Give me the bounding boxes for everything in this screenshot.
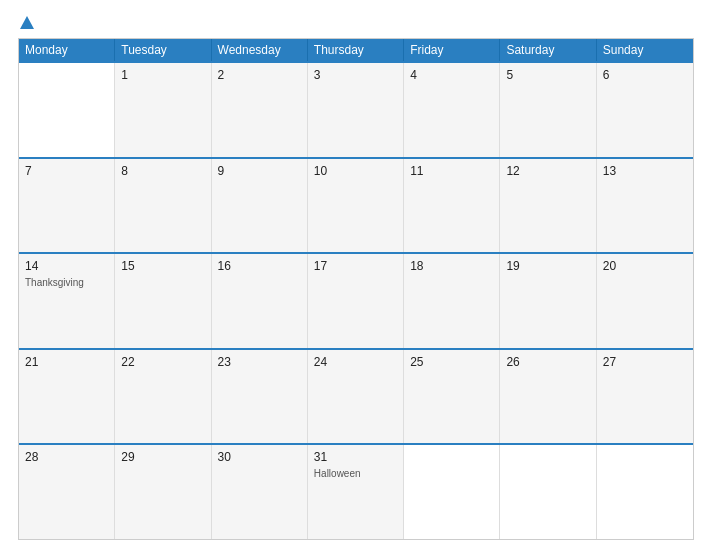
calendar-cell: 13: [597, 159, 693, 253]
day-number: 19: [506, 258, 589, 275]
calendar-page: MondayTuesdayWednesdayThursdayFridaySatu…: [0, 0, 712, 550]
calendar-cell: 24: [308, 350, 404, 444]
calendar-header: MondayTuesdayWednesdayThursdayFridaySatu…: [19, 39, 693, 61]
day-number: 17: [314, 258, 397, 275]
day-number: 13: [603, 163, 687, 180]
calendar-cell: 28: [19, 445, 115, 539]
header: [18, 16, 694, 30]
logo: [18, 16, 34, 30]
day-number: 31: [314, 449, 397, 466]
calendar-cell: 5: [500, 63, 596, 157]
event-label: Halloween: [314, 468, 397, 479]
calendar-cell: 15: [115, 254, 211, 348]
calendar-cell: [19, 63, 115, 157]
day-number: 2: [218, 67, 301, 84]
calendar-cell: 18: [404, 254, 500, 348]
calendar-cell: [404, 445, 500, 539]
calendar-cell: 16: [212, 254, 308, 348]
calendar-cell: 30: [212, 445, 308, 539]
calendar-cell: 1: [115, 63, 211, 157]
calendar-cell: 12: [500, 159, 596, 253]
calendar-cell: 10: [308, 159, 404, 253]
header-day-wednesday: Wednesday: [212, 39, 308, 61]
event-label: Thanksgiving: [25, 277, 108, 288]
logo-triangle-icon: [20, 16, 34, 29]
day-number: 24: [314, 354, 397, 371]
day-number: 5: [506, 67, 589, 84]
day-number: 10: [314, 163, 397, 180]
calendar-cell: 2: [212, 63, 308, 157]
day-number: 25: [410, 354, 493, 371]
calendar-cell: 14Thanksgiving: [19, 254, 115, 348]
calendar-cell: [597, 445, 693, 539]
day-number: 23: [218, 354, 301, 371]
day-number: 7: [25, 163, 108, 180]
day-number: 27: [603, 354, 687, 371]
day-number: 21: [25, 354, 108, 371]
calendar-cell: 20: [597, 254, 693, 348]
header-day-saturday: Saturday: [500, 39, 596, 61]
calendar-cell: 17: [308, 254, 404, 348]
day-number: 4: [410, 67, 493, 84]
calendar-body: 1234567891011121314Thanksgiving151617181…: [19, 61, 693, 539]
calendar-cell: 9: [212, 159, 308, 253]
day-number: 26: [506, 354, 589, 371]
calendar-cell: 27: [597, 350, 693, 444]
header-day-monday: Monday: [19, 39, 115, 61]
calendar: MondayTuesdayWednesdayThursdayFridaySatu…: [18, 38, 694, 540]
header-day-thursday: Thursday: [308, 39, 404, 61]
calendar-week-3: 14Thanksgiving151617181920: [19, 252, 693, 348]
day-number: 22: [121, 354, 204, 371]
day-number: 8: [121, 163, 204, 180]
calendar-cell: 22: [115, 350, 211, 444]
calendar-cell: 7: [19, 159, 115, 253]
header-day-tuesday: Tuesday: [115, 39, 211, 61]
day-number: 11: [410, 163, 493, 180]
calendar-week-1: 123456: [19, 61, 693, 157]
day-number: 15: [121, 258, 204, 275]
calendar-cell: 23: [212, 350, 308, 444]
calendar-cell: 3: [308, 63, 404, 157]
calendar-cell: 29: [115, 445, 211, 539]
calendar-cell: 31Halloween: [308, 445, 404, 539]
calendar-cell: 25: [404, 350, 500, 444]
header-day-friday: Friday: [404, 39, 500, 61]
day-number: 28: [25, 449, 108, 466]
day-number: 18: [410, 258, 493, 275]
calendar-week-2: 78910111213: [19, 157, 693, 253]
day-number: 30: [218, 449, 301, 466]
day-number: 14: [25, 258, 108, 275]
calendar-week-5: 28293031Halloween: [19, 443, 693, 539]
day-number: 6: [603, 67, 687, 84]
calendar-cell: 21: [19, 350, 115, 444]
calendar-cell: 26: [500, 350, 596, 444]
day-number: 9: [218, 163, 301, 180]
calendar-cell: 19: [500, 254, 596, 348]
day-number: 1: [121, 67, 204, 84]
calendar-cell: 4: [404, 63, 500, 157]
calendar-cell: 11: [404, 159, 500, 253]
day-number: 12: [506, 163, 589, 180]
day-number: 16: [218, 258, 301, 275]
header-day-sunday: Sunday: [597, 39, 693, 61]
day-number: 29: [121, 449, 204, 466]
calendar-cell: 8: [115, 159, 211, 253]
day-number: 3: [314, 67, 397, 84]
day-number: 20: [603, 258, 687, 275]
calendar-week-4: 21222324252627: [19, 348, 693, 444]
calendar-cell: 6: [597, 63, 693, 157]
calendar-cell: [500, 445, 596, 539]
